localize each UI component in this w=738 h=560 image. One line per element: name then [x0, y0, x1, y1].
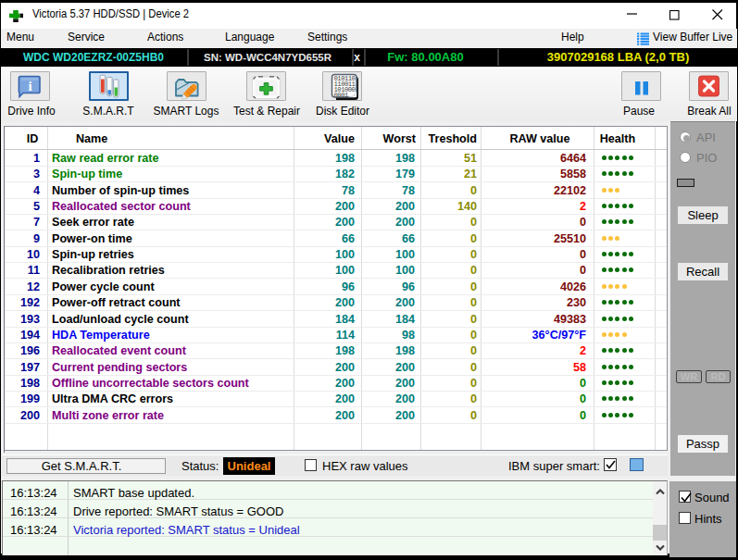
svg-text:i: i — [28, 79, 31, 93]
svg-text:0001: 0001 — [334, 92, 348, 99]
